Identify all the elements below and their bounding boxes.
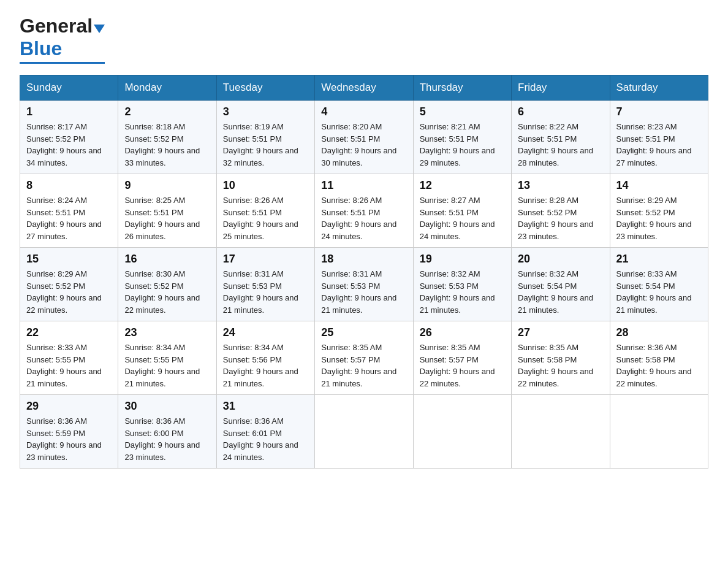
day-info: Sunrise: 8:35 AMSunset: 5:57 PMDaylight:… — [420, 343, 495, 388]
calendar-cell: 31Sunrise: 8:36 AMSunset: 6:01 PMDayligh… — [216, 395, 314, 469]
day-info: Sunrise: 8:20 AMSunset: 5:51 PMDaylight:… — [321, 122, 396, 167]
calendar-cell: 8Sunrise: 8:24 AMSunset: 5:51 PMDaylight… — [20, 174, 118, 248]
calendar-cell: 28Sunrise: 8:36 AMSunset: 5:58 PMDayligh… — [610, 321, 708, 395]
calendar-cell: 25Sunrise: 8:35 AMSunset: 5:57 PMDayligh… — [315, 321, 413, 395]
logo-triangle-icon — [94, 25, 105, 33]
day-info: Sunrise: 8:32 AMSunset: 5:54 PMDaylight:… — [518, 269, 593, 315]
day-info: Sunrise: 8:34 AMSunset: 5:56 PMDaylight:… — [223, 343, 298, 388]
day-number: 1 — [26, 105, 112, 118]
day-info: Sunrise: 8:35 AMSunset: 5:58 PMDaylight:… — [518, 343, 593, 388]
calendar-cell: 30Sunrise: 8:36 AMSunset: 6:00 PMDayligh… — [118, 395, 216, 469]
calendar-cell: 2Sunrise: 8:18 AMSunset: 5:52 PMDaylight… — [118, 101, 216, 174]
calendar-body: 1Sunrise: 8:17 AMSunset: 5:52 PMDaylight… — [20, 101, 708, 469]
calendar-cell: 18Sunrise: 8:31 AMSunset: 5:53 PMDayligh… — [315, 248, 413, 321]
calendar-cell: 5Sunrise: 8:21 AMSunset: 5:51 PMDaylight… — [413, 101, 511, 174]
day-info: Sunrise: 8:34 AMSunset: 5:55 PMDaylight:… — [124, 343, 200, 388]
day-info: Sunrise: 8:29 AMSunset: 5:52 PMDaylight:… — [616, 196, 692, 241]
calendar-cell: 9Sunrise: 8:25 AMSunset: 5:51 PMDaylight… — [118, 174, 216, 248]
calendar-cell: 10Sunrise: 8:26 AMSunset: 5:51 PMDayligh… — [216, 174, 314, 248]
week-row-2: 8Sunrise: 8:24 AMSunset: 5:51 PMDaylight… — [20, 174, 708, 248]
calendar-table: SundayMondayTuesdayWednesdayThursdayFrid… — [20, 75, 708, 469]
day-info: Sunrise: 8:27 AMSunset: 5:51 PMDaylight:… — [420, 196, 495, 241]
calendar-cell: 15Sunrise: 8:29 AMSunset: 5:52 PMDayligh… — [20, 248, 118, 321]
day-info: Sunrise: 8:31 AMSunset: 5:53 PMDaylight:… — [321, 269, 396, 315]
day-info: Sunrise: 8:24 AMSunset: 5:51 PMDaylight:… — [26, 196, 102, 241]
day-info: Sunrise: 8:26 AMSunset: 5:51 PMDaylight:… — [321, 196, 396, 241]
day-number: 23 — [124, 326, 210, 339]
calendar-cell: 16Sunrise: 8:30 AMSunset: 5:52 PMDayligh… — [118, 248, 216, 321]
week-row-1: 1Sunrise: 8:17 AMSunset: 5:52 PMDaylight… — [20, 101, 708, 174]
weekday-header-monday: Monday — [118, 75, 216, 101]
logo-general: General — [20, 15, 93, 37]
weekday-header-friday: Friday — [512, 75, 610, 101]
calendar-cell: 1Sunrise: 8:17 AMSunset: 5:52 PMDaylight… — [20, 101, 118, 174]
week-row-3: 15Sunrise: 8:29 AMSunset: 5:52 PMDayligh… — [20, 248, 708, 321]
week-row-4: 22Sunrise: 8:33 AMSunset: 5:55 PMDayligh… — [20, 321, 708, 395]
day-number: 29 — [26, 400, 112, 413]
calendar-cell: 23Sunrise: 8:34 AMSunset: 5:55 PMDayligh… — [118, 321, 216, 395]
day-number: 17 — [223, 253, 308, 266]
calendar-cell: 11Sunrise: 8:26 AMSunset: 5:51 PMDayligh… — [315, 174, 413, 248]
weekday-header-saturday: Saturday — [610, 75, 708, 101]
day-number: 21 — [616, 253, 702, 266]
day-info: Sunrise: 8:29 AMSunset: 5:52 PMDaylight:… — [26, 269, 102, 315]
calendar-cell: 19Sunrise: 8:32 AMSunset: 5:53 PMDayligh… — [413, 248, 511, 321]
day-number: 19 — [420, 253, 505, 266]
calendar-cell: 21Sunrise: 8:33 AMSunset: 5:54 PMDayligh… — [610, 248, 708, 321]
day-number: 13 — [518, 179, 603, 192]
day-info: Sunrise: 8:36 AMSunset: 5:59 PMDaylight:… — [26, 416, 102, 462]
week-row-5: 29Sunrise: 8:36 AMSunset: 5:59 PMDayligh… — [20, 395, 708, 469]
weekday-header-tuesday: Tuesday — [216, 75, 314, 101]
day-number: 20 — [518, 253, 603, 266]
logo: General Blue — [20, 15, 105, 64]
day-number: 5 — [420, 105, 505, 118]
calendar-cell — [315, 395, 413, 469]
day-number: 27 — [518, 326, 603, 339]
day-info: Sunrise: 8:18 AMSunset: 5:52 PMDaylight:… — [124, 122, 200, 167]
day-info: Sunrise: 8:25 AMSunset: 5:51 PMDaylight:… — [124, 196, 200, 241]
day-info: Sunrise: 8:19 AMSunset: 5:51 PMDaylight:… — [223, 122, 298, 167]
calendar-cell — [413, 395, 511, 469]
calendar-cell — [610, 395, 708, 469]
day-info: Sunrise: 8:33 AMSunset: 5:55 PMDaylight:… — [26, 343, 102, 388]
calendar-cell: 13Sunrise: 8:28 AMSunset: 5:52 PMDayligh… — [512, 174, 610, 248]
page-header: General Blue — [20, 15, 708, 64]
day-info: Sunrise: 8:30 AMSunset: 5:52 PMDaylight:… — [124, 269, 200, 315]
day-info: Sunrise: 8:36 AMSunset: 6:00 PMDaylight:… — [124, 416, 200, 462]
day-info: Sunrise: 8:22 AMSunset: 5:51 PMDaylight:… — [518, 122, 593, 167]
day-info: Sunrise: 8:23 AMSunset: 5:51 PMDaylight:… — [616, 122, 692, 167]
day-number: 4 — [321, 105, 406, 118]
day-number: 7 — [616, 105, 702, 118]
calendar-cell: 26Sunrise: 8:35 AMSunset: 5:57 PMDayligh… — [413, 321, 511, 395]
day-number: 12 — [420, 179, 505, 192]
weekday-header-sunday: Sunday — [20, 75, 118, 101]
day-number: 9 — [124, 179, 210, 192]
day-info: Sunrise: 8:35 AMSunset: 5:57 PMDaylight:… — [321, 343, 396, 388]
day-info: Sunrise: 8:36 AMSunset: 6:01 PMDaylight:… — [223, 416, 298, 462]
calendar-cell: 17Sunrise: 8:31 AMSunset: 5:53 PMDayligh… — [216, 248, 314, 321]
day-info: Sunrise: 8:17 AMSunset: 5:52 PMDaylight:… — [26, 122, 102, 167]
day-info: Sunrise: 8:28 AMSunset: 5:52 PMDaylight:… — [518, 196, 593, 241]
day-info: Sunrise: 8:36 AMSunset: 5:58 PMDaylight:… — [616, 343, 692, 388]
day-number: 15 — [26, 253, 112, 266]
day-number: 14 — [616, 179, 702, 192]
calendar-cell — [512, 395, 610, 469]
calendar-cell: 27Sunrise: 8:35 AMSunset: 5:58 PMDayligh… — [512, 321, 610, 395]
logo-text: General Blue — [20, 15, 105, 60]
calendar-cell: 29Sunrise: 8:36 AMSunset: 5:59 PMDayligh… — [20, 395, 118, 469]
weekday-header-row: SundayMondayTuesdayWednesdayThursdayFrid… — [20, 75, 708, 101]
day-info: Sunrise: 8:31 AMSunset: 5:53 PMDaylight:… — [223, 269, 298, 315]
day-number: 18 — [321, 253, 406, 266]
calendar-cell: 14Sunrise: 8:29 AMSunset: 5:52 PMDayligh… — [610, 174, 708, 248]
calendar-cell: 6Sunrise: 8:22 AMSunset: 5:51 PMDaylight… — [512, 101, 610, 174]
day-number: 24 — [223, 326, 308, 339]
logo-underline — [20, 62, 105, 64]
day-number: 6 — [518, 105, 603, 118]
day-number: 3 — [223, 105, 308, 118]
day-info: Sunrise: 8:21 AMSunset: 5:51 PMDaylight:… — [420, 122, 495, 167]
weekday-header-wednesday: Wednesday — [315, 75, 413, 101]
calendar-cell: 12Sunrise: 8:27 AMSunset: 5:51 PMDayligh… — [413, 174, 511, 248]
day-number: 30 — [124, 400, 210, 413]
day-number: 2 — [124, 105, 210, 118]
calendar-cell: 7Sunrise: 8:23 AMSunset: 5:51 PMDaylight… — [610, 101, 708, 174]
